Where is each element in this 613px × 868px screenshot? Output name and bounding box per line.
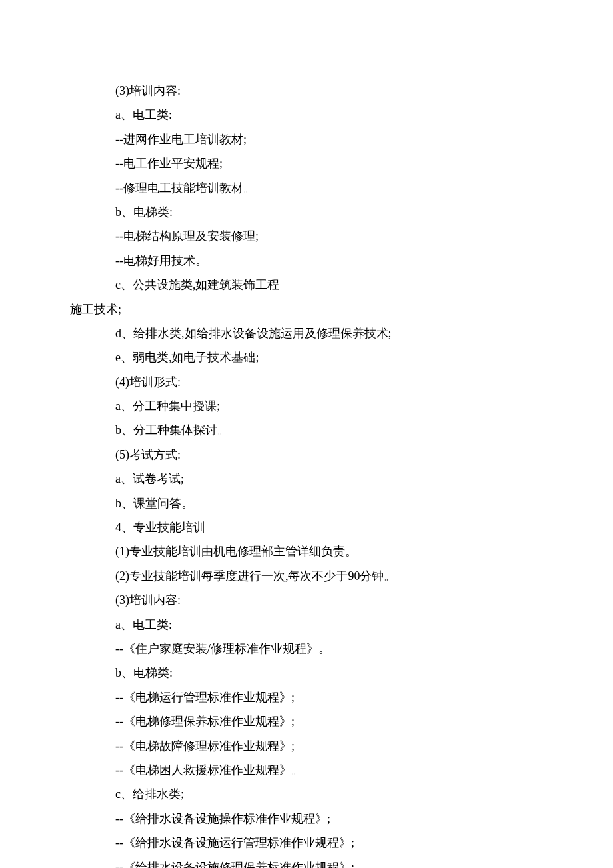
document-body: (3)培训内容:a、电工类:--进网作业电工培训教材;--电工作业平安规程;--… xyxy=(70,80,546,868)
text-line: c、给排水类; xyxy=(70,783,546,805)
text-line: --《电梯修理保养标准作业规程》; xyxy=(70,711,546,732)
text-line: b、分工种集体探讨。 xyxy=(70,419,546,441)
text-line: --《给排水设备设施修理保养标准作业规程》; xyxy=(70,857,546,869)
text-line: 施工技术; xyxy=(70,299,546,320)
text-line: --《给排水设备设施操作标准作业规程》; xyxy=(70,808,546,829)
text-line: --修理电工技能培训教材。 xyxy=(70,177,546,199)
text-line: (1)专业技能培训由机电修理部主管详细负责。 xyxy=(70,541,546,562)
text-line: --《电梯困人救援标准作业规程》。 xyxy=(70,759,546,781)
text-line: 4、专业技能培训 xyxy=(70,517,546,538)
text-line: (3)培训内容: xyxy=(70,589,546,611)
text-line: --电工作业平安规程; xyxy=(70,153,546,174)
text-line: --《给排水设备设施运行管理标准作业规程》; xyxy=(70,832,546,853)
text-line: b、电梯类: xyxy=(70,662,546,683)
text-line: --电梯好用技术。 xyxy=(70,250,546,271)
text-line: --进网作业电工培训教材; xyxy=(70,129,546,150)
text-line: --《电梯故障修理标准作业规程》; xyxy=(70,735,546,757)
text-line: d、给排水类,如给排水设备设施运用及修理保养技术; xyxy=(70,323,546,344)
text-line: e、弱电类,如电子技术基础; xyxy=(70,347,546,368)
text-line: c、公共设施类,如建筑装饰工程 xyxy=(70,274,546,295)
text-line: a、电工类: xyxy=(70,614,546,635)
text-line: a、分工种集中授课; xyxy=(70,395,546,417)
text-line: a、试卷考试; xyxy=(70,468,546,489)
text-line: --《住户家庭安装/修理标准作业规程》。 xyxy=(70,638,546,659)
text-line: (4)培训形式: xyxy=(70,371,546,393)
text-line: (5)考试方式: xyxy=(70,444,546,465)
text-line: (2)专业技能培训每季度进行一次,每次不少于90分钟。 xyxy=(70,565,546,587)
text-line: (3)培训内容: xyxy=(70,80,546,101)
text-line: --电梯结构原理及安装修理; xyxy=(70,225,546,247)
text-line: --《电梯运行管理标准作业规程》; xyxy=(70,687,546,708)
text-line: b、课堂问答。 xyxy=(70,493,546,514)
text-line: a、电工类: xyxy=(70,104,546,125)
text-line: b、电梯类: xyxy=(70,201,546,223)
